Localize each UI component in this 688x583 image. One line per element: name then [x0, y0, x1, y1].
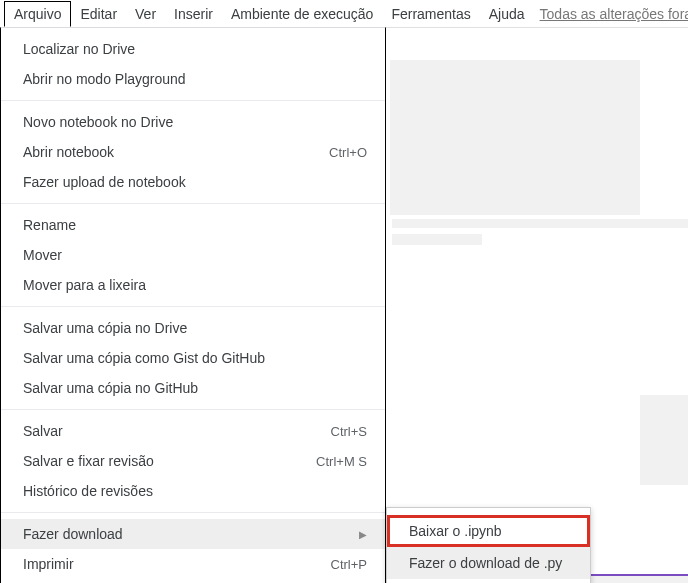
menu-salvar-gist[interactable]: Salvar uma cópia como Gist do GitHub: [1, 343, 385, 373]
separator: [1, 100, 385, 101]
menu-item-shortcut: Ctrl+S: [331, 424, 367, 439]
separator: [1, 306, 385, 307]
dropdown-arquivo: Localizar no Drive Abrir no modo Playgro…: [0, 27, 386, 583]
menu-ambiente[interactable]: Ambiente de execução: [222, 2, 382, 26]
menu-item-label: Imprimir: [23, 556, 74, 572]
submenu-item-label: Fazer o download de .py: [409, 555, 562, 571]
separator: [1, 512, 385, 513]
menu-inserir[interactable]: Inserir: [165, 2, 222, 26]
menu-item-label: Salvar uma cópia no Drive: [23, 320, 187, 336]
menu-salvar-fixar[interactable]: Salvar e fixar revisão Ctrl+M S: [1, 446, 385, 476]
menu-salvar[interactable]: Salvar Ctrl+S: [1, 416, 385, 446]
menu-mover[interactable]: Mover: [1, 240, 385, 270]
menu-localizar-drive[interactable]: Localizar no Drive: [1, 34, 385, 64]
menu-rename[interactable]: Rename: [1, 210, 385, 240]
menu-item-label: Salvar e fixar revisão: [23, 453, 154, 469]
menu-fazer-download[interactable]: Fazer download ▶: [1, 519, 385, 549]
submenu-baixar-py[interactable]: Fazer o download de .py: [387, 547, 590, 579]
submenu-item-label: Baixar o .ipynb: [409, 523, 502, 539]
menu-item-label: Mover para a lixeira: [23, 277, 146, 293]
menu-item-label: Salvar uma cópia como Gist do GitHub: [23, 350, 265, 366]
menu-ferramentas[interactable]: Ferramentas: [382, 2, 479, 26]
menu-item-label: Abrir notebook: [23, 144, 114, 160]
menubar: Arquivo Editar Ver Inserir Ambiente de e…: [0, 0, 688, 28]
menu-editar[interactable]: Editar: [71, 2, 126, 26]
menu-item-label: Abrir no modo Playground: [23, 71, 186, 87]
menu-ajuda[interactable]: Ajuda: [480, 2, 534, 26]
menu-item-shortcut: Ctrl+P: [331, 557, 367, 572]
menu-item-label: Rename: [23, 217, 76, 233]
menu-salvar-copia-drive[interactable]: Salvar uma cópia no Drive: [1, 313, 385, 343]
menu-ver[interactable]: Ver: [126, 2, 165, 26]
chevron-right-icon: ▶: [359, 529, 367, 540]
menu-item-label: Fazer download: [23, 526, 123, 542]
menu-upload-notebook[interactable]: Fazer upload de notebook: [1, 167, 385, 197]
menu-mover-lixeira[interactable]: Mover para a lixeira: [1, 270, 385, 300]
separator: [1, 203, 385, 204]
save-status[interactable]: Todas as alterações fora: [534, 6, 688, 22]
menu-imprimir[interactable]: Imprimir Ctrl+P: [1, 549, 385, 579]
menu-arquivo[interactable]: Arquivo: [4, 1, 71, 27]
menu-historico[interactable]: Histórico de revisões: [1, 476, 385, 506]
separator: [1, 409, 385, 410]
menu-item-shortcut: Ctrl+M S: [316, 454, 367, 469]
menu-item-label: Novo notebook no Drive: [23, 114, 173, 130]
menu-abrir-notebook[interactable]: Abrir notebook Ctrl+O: [1, 137, 385, 167]
menu-item-label: Localizar no Drive: [23, 41, 135, 57]
menu-item-label: Salvar uma cópia no GitHub: [23, 380, 198, 396]
submenu-baixar-ipynb[interactable]: Baixar o .ipynb: [387, 515, 590, 547]
menu-item-label: Mover: [23, 247, 62, 263]
menu-item-label: Salvar: [23, 423, 63, 439]
submenu-download: Baixar o .ipynb Fazer o download de .py: [386, 507, 591, 583]
menu-item-shortcut: Ctrl+O: [329, 145, 367, 160]
menu-item-label: Histórico de revisões: [23, 483, 153, 499]
menu-salvar-github[interactable]: Salvar uma cópia no GitHub: [1, 373, 385, 403]
menu-abrir-playground[interactable]: Abrir no modo Playground: [1, 64, 385, 94]
menu-novo-notebook[interactable]: Novo notebook no Drive: [1, 107, 385, 137]
menu-item-label: Fazer upload de notebook: [23, 174, 186, 190]
